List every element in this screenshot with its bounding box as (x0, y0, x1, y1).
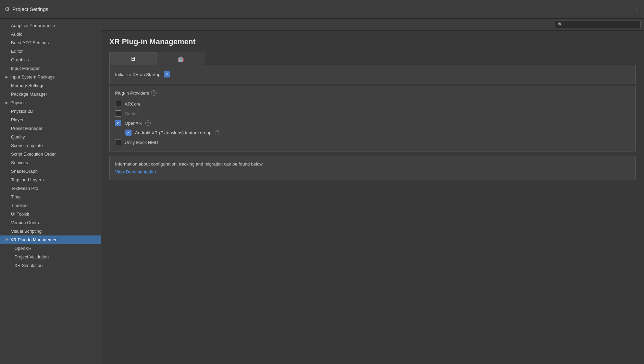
providers-list: ARCoreOculus✓OpenXR?✓Android XR (Extensi… (115, 99, 630, 147)
sidebar-item-xr-plugin-management[interactable]: ▶XR Plug-in Management (0, 235, 101, 244)
view-documentation-link[interactable]: View Documentation (115, 169, 156, 174)
sidebar-item-physics[interactable]: ▶Physics (0, 98, 101, 107)
tab-android[interactable]: 🤖 (157, 52, 205, 65)
initialize-xr-row: Initialize XR on Startup ✓ (115, 69, 630, 80)
sidebar-item-version-control[interactable]: Version Control (0, 218, 101, 227)
sidebar-item-quality[interactable]: Quality (0, 133, 101, 141)
sidebar-label-xr-plugin-management: XR Plug-in Management (10, 237, 59, 242)
sidebar: Adaptive PerformanceAudioBurst AOT Setti… (0, 19, 101, 364)
sidebar-label-memory-settings: Memory Settings (11, 83, 45, 88)
sidebar-item-package-manager[interactable]: Package Manager (0, 90, 101, 98)
check-icon: ✓ (165, 72, 169, 76)
search-bar: 🔍 (101, 19, 644, 31)
sidebar-label-services: Services (11, 160, 28, 165)
sidebar-item-script-execution-order[interactable]: Script Execution Order (0, 150, 101, 158)
sidebar-label-player: Player (11, 117, 24, 122)
sidebar-item-preset-manager[interactable]: Preset Manager (0, 124, 101, 133)
sidebar-item-burst-aot-settings[interactable]: Burst AOT Settings (0, 38, 101, 47)
sidebar-label-graphics: Graphics (11, 57, 29, 62)
content-area: 🔍 XR Plug-in Management 🖥🤖 Initialize XR… (101, 19, 644, 364)
provider-help-icon-android-xr-extensions[interactable]: ? (215, 130, 220, 135)
provider-checkbox-openxr[interactable]: ✓ (115, 120, 121, 126)
sidebar-label-scene-template: Scene Template (11, 143, 43, 148)
info-section: Information about configuration, trackin… (109, 156, 636, 180)
provider-label-arcore: ARCore (125, 101, 140, 107)
sidebar-item-physics-2d[interactable]: Physics 2D (0, 107, 101, 116)
plugin-providers-label: Plug-in Providers (115, 90, 149, 96)
sidebar-item-project-validation[interactable]: Project Validation (0, 253, 101, 261)
sidebar-label-xr-simulation: XR Simulation (14, 263, 42, 268)
provider-checkbox-oculus (115, 110, 121, 117)
provider-label-oculus: Oculus (125, 111, 138, 116)
provider-label-unity-mock-hmd: Unity Mock HMD (125, 140, 158, 145)
sidebar-label-physics: Physics (10, 100, 26, 105)
sidebar-item-adaptive-performance[interactable]: Adaptive Performance (0, 21, 101, 30)
provider-checkbox-unity-mock-hmd[interactable] (115, 139, 121, 145)
sidebar-item-time[interactable]: Time (0, 193, 101, 201)
sidebar-item-input-system-package[interactable]: ▶Input System Package (0, 73, 101, 81)
sidebar-label-tags-and-layers: Tags and Layers (11, 177, 44, 182)
window-title: Project Settings (12, 6, 48, 12)
sidebar-item-textmesh-pro[interactable]: TextMesh Pro (0, 184, 101, 193)
initialize-xr-checkbox[interactable]: ✓ (164, 71, 170, 77)
sidebar-arrow-xr-plugin-management: ▶ (5, 239, 9, 241)
sidebar-item-visual-scripting[interactable]: Visual Scripting (0, 227, 101, 235)
sidebar-label-ui-toolkit: UI Toolkit (11, 211, 29, 217)
sidebar-item-services[interactable]: Services (0, 158, 101, 167)
sidebar-item-tags-and-layers[interactable]: Tags and Layers (0, 175, 101, 184)
sidebar-label-shadergraph: ShaderGraph (11, 169, 38, 174)
tab-bar: 🖥🤖 (109, 52, 636, 65)
tab-desktop[interactable]: 🖥 (109, 52, 157, 65)
sidebar-item-graphics[interactable]: Graphics (0, 56, 101, 64)
sidebar-item-timeline[interactable]: Timeline (0, 201, 101, 210)
sidebar-item-input-manager[interactable]: Input Manager (0, 64, 101, 73)
sidebar-item-player[interactable]: Player (0, 116, 101, 124)
sidebar-item-memory-settings[interactable]: Memory Settings (0, 81, 101, 90)
sidebar-item-ui-toolkit[interactable]: UI Toolkit (0, 210, 101, 218)
initialize-xr-label: Initialize XR on Startup (115, 72, 160, 77)
sidebar-label-burst-aot-settings: Burst AOT Settings (11, 40, 49, 45)
sidebar-label-quality: Quality (11, 134, 25, 139)
sidebar-label-time: Time (11, 194, 21, 199)
gear-icon: ⚙ (5, 6, 10, 12)
sidebar-label-version-control: Version Control (11, 220, 41, 225)
sidebar-item-editor[interactable]: Editor (0, 47, 101, 56)
sidebar-label-package-manager: Package Manager (11, 92, 47, 97)
plugin-providers-header: Plug-in Providers ? (115, 90, 630, 96)
android-tab-icon: 🤖 (177, 56, 184, 62)
check-icon: ✓ (116, 121, 120, 125)
provider-item-unity-mock-hmd: Unity Mock HMD (115, 137, 630, 147)
page-title: XR Plug-in Management (109, 37, 636, 46)
sidebar-label-textmesh-pro: TextMesh Pro (11, 186, 38, 191)
window-menu-button[interactable]: ⋮ (633, 5, 639, 13)
title-bar: ⚙ Project Settings ⋮ (0, 0, 644, 19)
sidebar-label-timeline: Timeline (11, 203, 28, 208)
sidebar-item-scene-template[interactable]: Scene Template (0, 141, 101, 150)
sidebar-item-shadergraph[interactable]: ShaderGraph (0, 167, 101, 175)
sidebar-label-openxr: OpenXR (14, 246, 32, 251)
plugin-providers-panel: Plug-in Providers ? ARCoreOculus✓OpenXR?… (109, 86, 636, 151)
sidebar-arrow-input-system-package: ▶ (5, 75, 8, 79)
provider-item-oculus: Oculus (115, 109, 630, 118)
sidebar-label-input-manager: Input Manager (11, 66, 40, 71)
search-input-wrap[interactable]: 🔍 (555, 21, 641, 28)
plugin-providers-help-icon[interactable]: ? (151, 90, 157, 96)
provider-help-icon-openxr[interactable]: ? (145, 120, 151, 126)
content-inner: XR Plug-in Management 🖥🤖 Initialize XR o… (101, 31, 644, 364)
provider-checkbox-android-xr-extensions[interactable]: ✓ (125, 130, 132, 136)
desktop-tab-icon: 🖥 (130, 56, 136, 62)
search-icon: 🔍 (558, 22, 563, 27)
sidebar-label-physics-2d: Physics 2D (11, 109, 33, 114)
search-input[interactable] (565, 22, 637, 27)
sidebar-arrow-physics: ▶ (5, 101, 8, 105)
sidebar-item-xr-simulation[interactable]: XR Simulation (0, 261, 101, 270)
sidebar-label-audio: Audio (11, 32, 22, 37)
provider-item-arcore: ARCore (115, 99, 630, 109)
provider-label-openxr: OpenXR (125, 121, 142, 126)
provider-checkbox-arcore[interactable] (115, 101, 121, 107)
sidebar-item-audio[interactable]: Audio (0, 30, 101, 38)
provider-label-android-xr-extensions: Android XR (Extensions) feature group (135, 130, 211, 135)
sidebar-label-visual-scripting: Visual Scripting (11, 229, 41, 234)
sidebar-item-openxr[interactable]: OpenXR (0, 244, 101, 253)
sidebar-label-script-execution-order: Script Execution Order (11, 151, 56, 157)
